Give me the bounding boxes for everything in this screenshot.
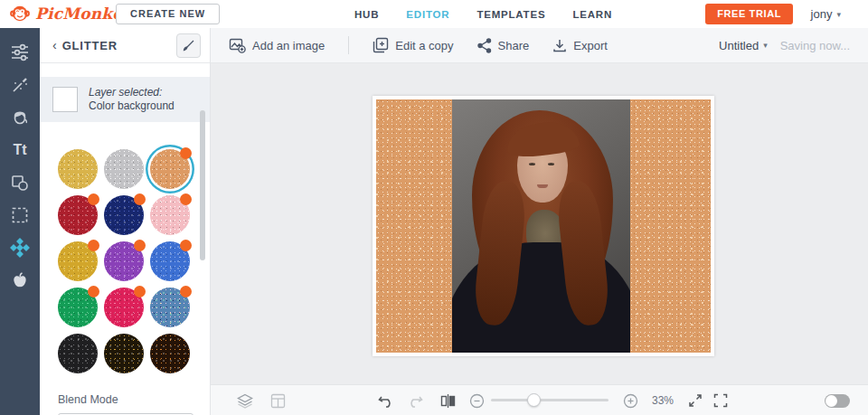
touch-up-icon[interactable]	[6, 107, 33, 128]
nav-learn[interactable]: LEARN	[572, 9, 612, 20]
premium-dot-icon	[134, 193, 146, 205]
chevron-down-icon: ▾	[763, 41, 768, 50]
edit-copy-label: Edit a copy	[395, 39, 453, 52]
create-new-button[interactable]: CREATE NEW	[116, 4, 220, 24]
username: jony	[811, 7, 833, 21]
effects-wand-icon[interactable]	[6, 74, 33, 96]
status-bar: 33%	[211, 384, 868, 415]
toolbar-divider	[348, 36, 349, 54]
glitter-panel: ‹ GLITTER Layer selected: Color backgrou…	[40, 28, 211, 415]
glitter-swatch-red[interactable]	[58, 195, 98, 235]
zoom-slider-handle[interactable]	[527, 393, 541, 407]
text-tool-icon[interactable]: Tt	[6, 139, 33, 161]
glitter-swatch-gold[interactable]	[58, 149, 98, 189]
glitter-background-layer[interactable]	[376, 99, 711, 353]
glitter-swatch-purple[interactable]	[104, 241, 144, 281]
glitter-swatch-royal-blue[interactable]	[150, 241, 190, 281]
glitter-swatch-grid	[58, 149, 197, 373]
premium-dot-icon	[180, 147, 192, 159]
glitter-swatch-pink[interactable]	[150, 195, 190, 235]
glitter-swatch-navy[interactable]	[104, 195, 144, 235]
chevron-down-icon: ▾	[836, 10, 841, 19]
glitter-swatch-raspberry[interactable]	[104, 288, 144, 327]
nav-templates[interactable]: TEMPLATES	[476, 9, 545, 20]
export-label: Export	[573, 39, 608, 52]
fullscreen-expand-icon[interactable]	[684, 385, 706, 415]
glitter-swatch-black-gold[interactable]	[104, 334, 144, 373]
zoom-level: 33%	[652, 385, 674, 415]
premium-dot-icon	[88, 193, 99, 205]
themes-apple-icon[interactable]	[6, 269, 33, 291]
glitter-swatch-silver[interactable]	[104, 149, 144, 189]
fit-to-screen-icon[interactable]	[710, 385, 731, 415]
export-button[interactable]: Export	[552, 38, 608, 53]
premium-dot-icon	[180, 240, 192, 251]
user-menu[interactable]: jony ▾	[811, 0, 841, 28]
glitter-swatch-multicolor[interactable]	[150, 288, 190, 327]
canvas-toolbar: Add an image Edit a copy Share Export Un…	[211, 28, 868, 63]
frames-icon[interactable]	[6, 204, 33, 226]
portrait-photo-layer[interactable]	[452, 99, 630, 353]
premium-dot-icon	[88, 240, 99, 251]
flip-icon[interactable]	[437, 385, 458, 415]
add-image-button[interactable]: Add an image	[229, 37, 325, 53]
saving-status: Saving now...	[780, 39, 850, 52]
edit-copy-icon	[373, 37, 389, 53]
panel-scrollbar[interactable]	[200, 110, 205, 260]
canvas-area[interactable]	[211, 63, 868, 384]
tool-rail: Tt	[0, 28, 40, 415]
premium-dot-icon	[180, 193, 192, 205]
textures-icon[interactable]	[6, 237, 33, 259]
zoom-in-icon[interactable]	[619, 385, 641, 415]
zoom-out-icon[interactable]	[466, 385, 487, 415]
add-image-icon	[229, 37, 246, 53]
document-canvas[interactable]	[373, 96, 714, 356]
graphics-icon[interactable]	[6, 172, 33, 193]
glitter-swatch-black[interactable]	[58, 334, 98, 373]
nav-hub[interactable]: HUB	[354, 9, 379, 20]
layer-selected-value: Color background	[89, 99, 175, 113]
glitter-swatch-green[interactable]	[58, 288, 98, 327]
layout-grid-icon[interactable]	[267, 385, 288, 415]
picmonkey-logo[interactable]: PicMonkey	[9, 3, 131, 24]
panel-header: ‹ GLITTER	[40, 28, 210, 63]
preview-toggle[interactable]	[825, 394, 850, 408]
basic-edits-icon[interactable]	[6, 42, 33, 63]
paint-brush-button[interactable]	[176, 33, 201, 58]
undo-icon[interactable]	[375, 385, 397, 415]
layer-color-swatch[interactable]	[52, 87, 78, 112]
monkey-icon	[9, 3, 31, 24]
share-icon	[477, 38, 492, 53]
premium-dot-icon	[88, 286, 99, 297]
add-image-label: Add an image	[252, 39, 325, 52]
document-title: Untitled	[719, 39, 759, 52]
zoom-slider[interactable]	[491, 399, 609, 401]
premium-dot-icon	[134, 286, 146, 297]
back-chevron-icon[interactable]: ‹	[52, 38, 57, 52]
export-icon	[552, 38, 567, 53]
nav-editor[interactable]: EDITOR	[406, 9, 449, 20]
document-title-dropdown[interactable]: Untitled ▾	[719, 39, 768, 52]
app-header: PicMonkey CREATE NEW HUB EDITOR TEMPLATE…	[0, 0, 868, 28]
toggle-knob	[826, 395, 837, 407]
edit-copy-button[interactable]: Edit a copy	[373, 37, 453, 53]
redo-icon[interactable]	[404, 385, 426, 415]
panel-title: GLITTER	[62, 39, 176, 52]
layer-selected-box: Layer selected: Color background	[40, 77, 210, 122]
free-trial-button[interactable]: FREE TRIAL	[705, 4, 793, 24]
layers-icon[interactable]	[234, 385, 256, 415]
main-nav: HUB EDITOR TEMPLATES LEARN	[354, 0, 612, 28]
premium-dot-icon	[180, 286, 192, 297]
glitter-swatch-copper[interactable]	[150, 149, 190, 189]
layer-selected-label: Layer selected:	[89, 86, 175, 99]
glitter-swatch-bright-gold[interactable]	[58, 241, 98, 281]
share-label: Share	[498, 39, 530, 52]
share-button[interactable]: Share	[477, 38, 530, 53]
glitter-swatch-dark-bronze[interactable]	[150, 334, 190, 373]
premium-dot-icon	[134, 240, 146, 251]
blend-mode-label: Blend Mode	[58, 393, 210, 406]
